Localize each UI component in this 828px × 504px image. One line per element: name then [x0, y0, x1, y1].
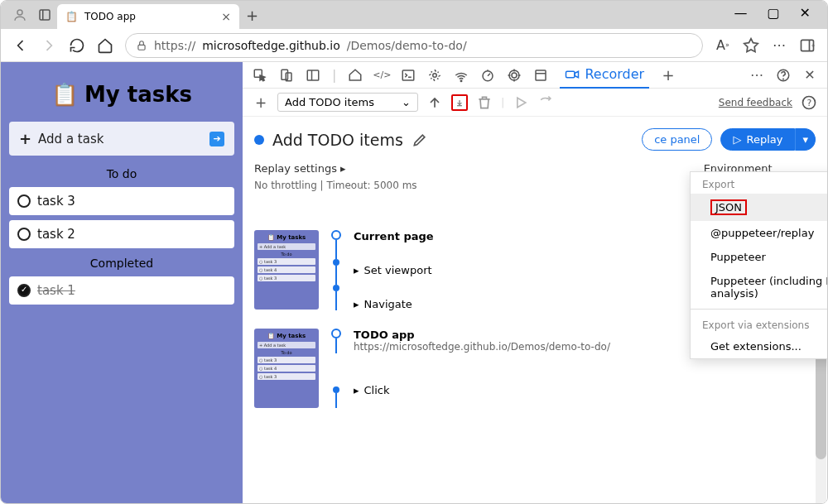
export-menu: Export JSON @puppeteer/replay Puppeteer … — [690, 171, 828, 359]
svg-text:+: + — [811, 41, 816, 48]
todo-header: To do — [9, 164, 234, 187]
welcome-icon[interactable] — [348, 68, 363, 83]
svg-rect-25 — [566, 71, 575, 78]
replay-settings-toggle[interactable]: Replay settings ▸ — [254, 162, 417, 175]
recorder-tab[interactable]: Recorder — [560, 62, 649, 89]
import-icon[interactable] — [426, 94, 443, 111]
maximize-icon[interactable]: ▢ — [767, 5, 779, 21]
memory-icon[interactable] — [507, 68, 522, 83]
lock-icon[interactable] — [136, 40, 147, 51]
task-row[interactable]: task 2 — [9, 220, 234, 248]
help-icon[interactable]: ? — [801, 94, 817, 111]
minimize-icon[interactable]: — — [734, 5, 747, 21]
tab-title: TODO app — [84, 11, 136, 22]
get-extensions-item[interactable]: Get extensions... — [691, 334, 828, 358]
performance-icon[interactable] — [480, 68, 495, 83]
caret-right-icon: ▸ — [354, 384, 359, 396]
step-thumbnail: 📋 My tasks + Add a task To do ○ task 3 ○… — [254, 329, 319, 408]
inspect-icon[interactable] — [253, 68, 267, 83]
url-prefix: https:// — [154, 39, 195, 52]
menu-header: Export via extensions — [691, 313, 828, 334]
recording-selector[interactable]: Add TODO items ⌄ — [277, 93, 418, 112]
checkbox-done-icon[interactable] — [17, 284, 31, 297]
recorder-toolbar: + Add TODO items ⌄ | Send feedback ? — [243, 89, 827, 117]
svg-rect-10 — [307, 70, 319, 80]
close-devtools-icon[interactable]: ✕ — [802, 68, 817, 83]
tabs-icon[interactable] — [37, 7, 52, 22]
todo-app: 📋 My tasks + Add a task ➔ To do task 3 t… — [1, 62, 243, 504]
export-puppeteer-lighthouse-item[interactable]: Puppeteer (including Lighthouse analysis… — [691, 269, 828, 305]
chevron-down-icon: ▾ — [802, 133, 808, 146]
replay-button[interactable]: ▷Replay — [720, 128, 795, 151]
menu-header: Export — [691, 172, 828, 194]
back-icon[interactable] — [12, 37, 29, 54]
task-row[interactable]: task 3 — [9, 187, 234, 215]
submit-task-icon[interactable]: ➔ — [209, 132, 224, 146]
add-task-input[interactable]: + Add a task ➔ — [9, 122, 234, 156]
network-icon[interactable] — [454, 68, 469, 83]
read-aloud-icon[interactable]: A» — [715, 37, 731, 54]
edit-title-icon[interactable] — [412, 132, 428, 148]
browser-tab[interactable]: 📋 TODO app × — [57, 4, 239, 29]
profile-icon[interactable] — [12, 7, 27, 22]
delete-icon[interactable] — [476, 94, 493, 111]
svg-point-14 — [433, 73, 437, 77]
svg-rect-23 — [536, 70, 546, 80]
recorder-icon — [565, 67, 580, 82]
console-icon[interactable] — [401, 68, 416, 83]
svg-point-0 — [17, 10, 22, 15]
favorite-icon[interactable] — [743, 37, 759, 54]
checkbox-icon[interactable] — [17, 194, 31, 208]
step-substep[interactable]: ▸Click — [354, 384, 791, 396]
refresh-icon[interactable] — [69, 37, 85, 54]
home-icon[interactable] — [97, 37, 113, 54]
plus-icon: + — [19, 130, 31, 147]
performance-panel-button[interactable]: ce panel — [642, 128, 712, 151]
devtools-tabbar: | </> Recorder + ⋯ ✕ — [243, 62, 827, 89]
completed-header: Completed — [9, 253, 234, 276]
sidebar-icon[interactable]: + — [799, 37, 816, 54]
svg-rect-1 — [40, 10, 50, 20]
tab-favicon: 📋 — [65, 11, 78, 22]
export-puppeteer-replay-item[interactable]: @puppeteer/replay — [691, 221, 828, 245]
device-icon[interactable] — [279, 68, 294, 83]
help-icon[interactable] — [776, 68, 791, 83]
svg-point-17 — [512, 73, 517, 78]
replay-options-button[interactable]: ▾ — [795, 128, 816, 151]
checkbox-icon[interactable] — [17, 228, 31, 241]
svg-rect-12 — [403, 70, 415, 80]
new-recording-icon[interactable]: + — [253, 94, 269, 111]
play-icon: ▷ — [733, 133, 741, 146]
application-icon[interactable] — [533, 68, 548, 83]
devtools-panel: | </> Recorder + ⋯ ✕ + Add TODO items — [243, 62, 827, 504]
close-window-icon[interactable]: ✕ — [800, 5, 811, 21]
caret-right-icon: ▸ — [354, 264, 359, 276]
recording-title: Add TODO items — [272, 131, 403, 149]
address-bar[interactable]: https://microsoftedge.github.io/Demos/de… — [125, 33, 703, 58]
browser-toolbar: https://microsoftedge.github.io/Demos/de… — [1, 29, 827, 62]
caret-right-icon: ▸ — [340, 162, 346, 175]
elements-icon[interactable]: </> — [374, 68, 389, 83]
export-icon[interactable] — [451, 94, 468, 111]
sources-icon[interactable] — [427, 68, 442, 83]
svg-rect-8 — [282, 70, 288, 79]
browser-tab-strip: 📋 TODO app × + — ▢ ✕ — [1, 1, 827, 29]
step-thumbnail: 📋 My tasks + Add a task To do ○ task 3 ○… — [254, 230, 319, 310]
step-icon[interactable] — [537, 94, 554, 111]
export-json-item[interactable]: JSON — [691, 194, 828, 221]
new-tab-button[interactable]: + — [239, 7, 265, 29]
svg-point-27 — [783, 79, 784, 79]
recording-dot-icon — [254, 135, 264, 145]
add-tab-icon[interactable]: + — [661, 68, 676, 83]
close-tab-icon[interactable]: × — [221, 10, 231, 23]
play-step-icon[interactable] — [513, 94, 529, 111]
forward-icon — [41, 37, 57, 54]
export-puppeteer-item[interactable]: Puppeteer — [691, 245, 828, 269]
more-icon[interactable]: ⋯ — [749, 68, 764, 83]
menu-icon[interactable]: ⋯ — [771, 37, 787, 54]
task-row[interactable]: task 1 — [9, 276, 234, 305]
app-title: 📋 My tasks — [9, 70, 234, 122]
panel-icon[interactable] — [306, 68, 320, 83]
clipboard-icon: 📋 — [51, 82, 78, 107]
send-feedback-link[interactable]: Send feedback — [719, 97, 792, 108]
